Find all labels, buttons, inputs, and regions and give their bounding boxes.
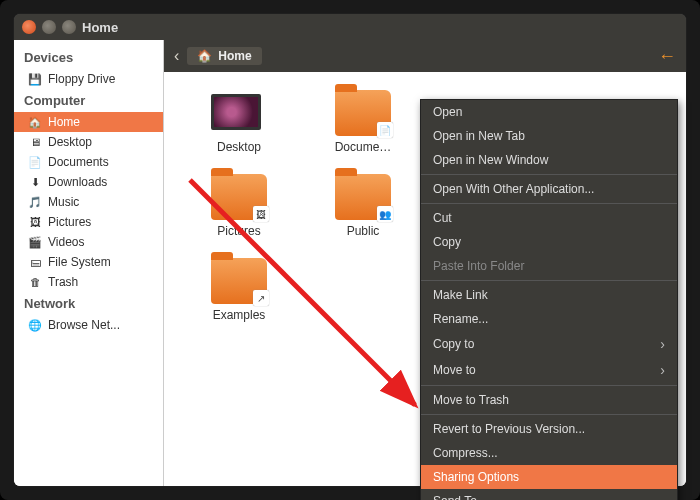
menu-item-open[interactable]: Open <box>421 100 677 124</box>
menu-separator <box>421 174 677 175</box>
home-icon: 🏠 <box>197 49 212 63</box>
sidebar-item-label: Desktop <box>48 135 92 149</box>
sidebar-item-icon: 🎬 <box>28 235 42 249</box>
sidebar-item-icon: 🖴 <box>28 255 42 269</box>
sidebar-item-floppy-drive[interactable]: 💾Floppy Drive <box>14 69 163 89</box>
sidebar: Devices💾Floppy DriveComputer🏠Home🖥Deskto… <box>14 40 164 486</box>
menu-separator <box>421 414 677 415</box>
sidebar-item-icon: 🖥 <box>28 135 42 149</box>
sidebar-item-file-system[interactable]: 🖴File System <box>14 252 163 272</box>
folder-icon: ↗ <box>211 258 267 304</box>
sidebar-item-label: Videos <box>48 235 84 249</box>
sidebar-item-browse-net-[interactable]: 🌐Browse Net... <box>14 315 163 335</box>
close-icon[interactable] <box>22 20 36 34</box>
folder-label: Public <box>347 224 380 238</box>
sidebar-item-label: Browse Net... <box>48 318 120 332</box>
sidebar-item-icon: 🗑 <box>28 275 42 289</box>
forward-icon[interactable]: ← <box>658 46 676 67</box>
sidebar-item-label: File System <box>48 255 111 269</box>
back-icon[interactable]: ‹ <box>174 47 179 65</box>
menu-item-move-to[interactable]: Move to <box>421 357 677 383</box>
menu-item-cut[interactable]: Cut <box>421 206 677 230</box>
menu-item-sharing-options[interactable]: Sharing Options <box>421 465 677 489</box>
emblem-icon: 📄 <box>377 122 393 138</box>
sidebar-item-icon: ⬇ <box>28 175 42 189</box>
sidebar-item-videos[interactable]: 🎬Videos <box>14 232 163 252</box>
menu-item-copy[interactable]: Copy <box>421 230 677 254</box>
folder-icon: 👥 <box>335 174 391 220</box>
sidebar-item-icon: 🌐 <box>28 318 42 332</box>
menu-separator <box>421 203 677 204</box>
sidebar-item-pictures[interactable]: 🖼Pictures <box>14 212 163 232</box>
window-title: Home <box>82 20 118 35</box>
sidebar-header: Devices <box>14 46 163 69</box>
menu-item-open-in-new-window[interactable]: Open in New Window <box>421 148 677 172</box>
sidebar-item-downloads[interactable]: ⬇Downloads <box>14 172 163 192</box>
menu-separator <box>421 385 677 386</box>
sidebar-item-desktop[interactable]: 🖥Desktop <box>14 132 163 152</box>
menu-item-open-in-new-tab[interactable]: Open in New Tab <box>421 124 677 148</box>
emblem-icon: ↗ <box>253 290 269 306</box>
sidebar-item-icon: 🖼 <box>28 215 42 229</box>
sidebar-item-label: Trash <box>48 275 78 289</box>
menu-item-copy-to[interactable]: Copy to <box>421 331 677 357</box>
sidebar-item-icon: 💾 <box>28 72 42 86</box>
folder-examples[interactable]: ↗Examples <box>182 258 296 322</box>
sidebar-item-label: Pictures <box>48 215 91 229</box>
folder-documents[interactable]: 📄Docume… <box>306 90 420 154</box>
sidebar-item-label: Music <box>48 195 79 209</box>
sidebar-header: Network <box>14 292 163 315</box>
folder-public[interactable]: 👥Public <box>306 174 420 238</box>
maximize-icon[interactable] <box>62 20 76 34</box>
sidebar-item-icon: 🎵 <box>28 195 42 209</box>
sidebar-item-documents[interactable]: 📄Documents <box>14 152 163 172</box>
folder-icon: 📄 <box>335 90 391 136</box>
folder-icon <box>211 90 267 136</box>
menu-item-move-to-trash[interactable]: Move to Trash <box>421 388 677 412</box>
breadcrumb-label: Home <box>218 49 251 63</box>
sidebar-item-trash[interactable]: 🗑Trash <box>14 272 163 292</box>
menu-item-rename[interactable]: Rename... <box>421 307 677 331</box>
menu-item-compress[interactable]: Compress... <box>421 441 677 465</box>
folder-label: Docume… <box>335 140 392 154</box>
menu-item-paste-into-folder: Paste Into Folder <box>421 254 677 278</box>
sidebar-item-music[interactable]: 🎵Music <box>14 192 163 212</box>
breadcrumb[interactable]: 🏠 Home <box>187 47 261 65</box>
toolbar: ‹ 🏠 Home ← <box>164 40 686 72</box>
sidebar-item-icon: 📄 <box>28 155 42 169</box>
minimize-icon[interactable] <box>42 20 56 34</box>
emblem-icon: 🖼 <box>253 206 269 222</box>
folder-desktop[interactable]: Desktop <box>182 90 296 154</box>
folder-label: Pictures <box>217 224 260 238</box>
sidebar-item-icon: 🏠 <box>28 115 42 129</box>
folder-pictures[interactable]: 🖼Pictures <box>182 174 296 238</box>
menu-item-make-link[interactable]: Make Link <box>421 283 677 307</box>
folder-label: Desktop <box>217 140 261 154</box>
context-menu: OpenOpen in New TabOpen in New WindowOpe… <box>420 99 678 500</box>
sidebar-item-label: Floppy Drive <box>48 72 115 86</box>
sidebar-header: Computer <box>14 89 163 112</box>
folder-label: Examples <box>213 308 266 322</box>
sidebar-item-label: Home <box>48 115 80 129</box>
menu-item-open-with-other-application[interactable]: Open With Other Application... <box>421 177 677 201</box>
emblem-icon: 👥 <box>377 206 393 222</box>
sidebar-item-label: Documents <box>48 155 109 169</box>
sidebar-item-label: Downloads <box>48 175 107 189</box>
titlebar: Home <box>14 14 686 40</box>
menu-item-revert-to-previous-version[interactable]: Revert to Previous Version... <box>421 417 677 441</box>
menu-separator <box>421 280 677 281</box>
sidebar-item-home[interactable]: 🏠Home <box>14 112 163 132</box>
folder-icon: 🖼 <box>211 174 267 220</box>
menu-item-send-to[interactable]: Send To... <box>421 489 677 500</box>
